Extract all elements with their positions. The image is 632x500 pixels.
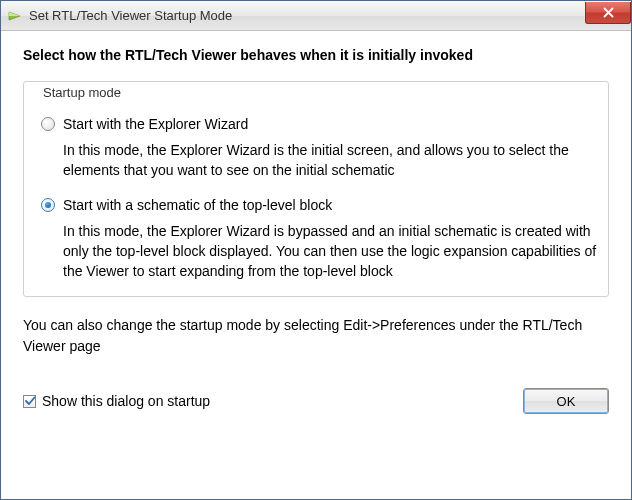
- show-on-startup-checkbox[interactable]: [23, 395, 36, 408]
- option-description: In this mode, the Explorer Wizard is byp…: [41, 221, 597, 282]
- radio-explorer-wizard[interactable]: [41, 117, 55, 131]
- show-on-startup-row: Show this dialog on startup: [23, 393, 210, 409]
- preferences-note: You can also change the startup mode by …: [23, 315, 609, 356]
- titlebar: Set RTL/Tech Viewer Startup Mode: [1, 1, 631, 31]
- dialog-window: Set RTL/Tech Viewer Startup Mode Select …: [0, 0, 632, 500]
- groupbox-label: Startup mode: [39, 85, 125, 100]
- close-button[interactable]: [585, 2, 631, 24]
- dialog-content: Select how the RTL/Tech Viewer behaves w…: [1, 31, 631, 499]
- option-description: In this mode, the Explorer Wizard is the…: [41, 140, 597, 181]
- startup-mode-groupbox: Startup mode Start with the Explorer Wiz…: [23, 73, 609, 297]
- dialog-heading: Select how the RTL/Tech Viewer behaves w…: [23, 47, 609, 63]
- option-top-level-schematic: Start with a schematic of the top-level …: [35, 197, 597, 282]
- option-label: Start with the Explorer Wizard: [63, 116, 248, 132]
- radio-top-level-schematic[interactable]: [41, 198, 55, 212]
- dialog-footer: Show this dialog on startup OK: [23, 388, 609, 414]
- app-icon: [7, 8, 23, 24]
- option-label: Start with a schematic of the top-level …: [63, 197, 332, 213]
- checkmark-icon: [24, 395, 36, 407]
- ok-button[interactable]: OK: [523, 388, 609, 414]
- show-on-startup-label: Show this dialog on startup: [42, 393, 210, 409]
- window-title: Set RTL/Tech Viewer Startup Mode: [29, 8, 585, 23]
- option-explorer-wizard: Start with the Explorer Wizard In this m…: [35, 116, 597, 181]
- close-icon: [603, 7, 614, 18]
